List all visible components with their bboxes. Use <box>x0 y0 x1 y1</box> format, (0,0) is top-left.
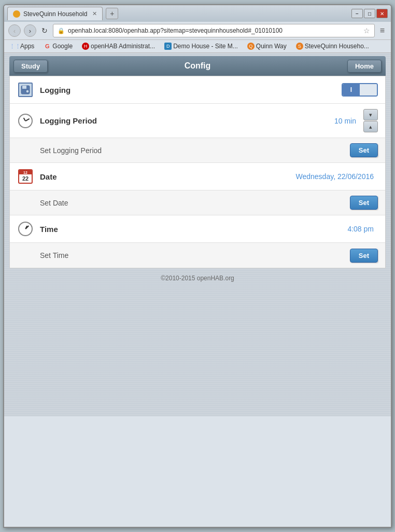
bookmark-demo-label: Demo House - Site M... <box>173 43 238 50</box>
apps-icon: ⋮⋮ <box>11 43 19 50</box>
bookmark-stevequinn-label: SteveQuinn Househo... <box>305 43 369 50</box>
logging-label: Logging <box>40 86 342 94</box>
maximize-button[interactable]: □ <box>364 9 375 18</box>
openhab-header: Study Config Home <box>9 56 386 76</box>
toggle-on-state: I <box>343 84 360 96</box>
bookmark-stevequinn[interactable]: S SteveQuinn Househo... <box>293 42 372 51</box>
set-date-label: Set Date <box>40 199 350 207</box>
close-button[interactable]: ✕ <box>376 9 388 18</box>
set-date-button[interactable]: Set <box>350 196 378 210</box>
decrease-button[interactable]: ▾ <box>363 109 378 120</box>
time-clock-icon <box>17 221 34 237</box>
bookmark-google[interactable]: G Google <box>40 42 76 51</box>
openhab-panel: Logging I Logging Period 10 <box>9 76 386 268</box>
openhab-wrapper: Study Config Home <box>4 53 391 293</box>
bookmarks-bar: ⋮⋮ Apps G Google H openHAB Administrat..… <box>4 40 391 53</box>
tab-favicon-icon <box>13 10 20 18</box>
back-button[interactable]: ‹ <box>8 24 21 37</box>
study-button[interactable]: Study <box>13 60 48 73</box>
minimize-button[interactable]: − <box>351 9 363 18</box>
set-date-row: Set Date Set <box>10 190 385 215</box>
page-title: Config <box>48 61 347 71</box>
address-bar[interactable]: 🔒 openhab.local:8080/openhab.app?sitemap… <box>53 24 375 37</box>
refresh-button[interactable]: ↻ <box>39 25 50 36</box>
logging-row: Logging I <box>10 76 385 104</box>
svg-point-2 <box>26 90 29 93</box>
date-value: Wednesday, 22/06/2016 <box>296 172 374 181</box>
clock-minute-hand <box>25 118 30 121</box>
quinn-way-icon: Q <box>247 43 255 50</box>
tab-title: SteveQuinn Household <box>23 10 87 18</box>
logging-period-label: Logging Period <box>40 116 334 125</box>
time-value: 4:08 pm <box>347 225 374 233</box>
logging-toggle[interactable]: I <box>342 83 378 97</box>
logging-period-value: 10 min <box>334 117 356 125</box>
page-content: Study Config Home <box>4 53 391 416</box>
bookmark-google-label: Google <box>52 43 73 50</box>
footer: ©2010-2015 openHAB.org <box>9 268 386 288</box>
google-icon: G <box>44 43 51 50</box>
time-row: Time 4:08 pm <box>10 215 385 243</box>
forward-button[interactable]: › <box>24 24 36 37</box>
set-time-button[interactable]: Set <box>350 249 378 263</box>
openhab-icon: H <box>82 43 89 50</box>
disk-icon <box>17 81 34 98</box>
bookmark-quinn-label: Quinn Way <box>256 43 287 50</box>
tab-close-button[interactable]: ✕ <box>92 10 97 17</box>
stevequinn-icon: S <box>296 43 303 50</box>
footer-text: ©2010-2015 openHAB.org <box>161 275 234 282</box>
time-minute-hand <box>25 225 29 229</box>
svg-rect-1 <box>22 86 26 89</box>
increase-button[interactable]: ▴ <box>363 121 378 132</box>
set-logging-period-button[interactable]: Set <box>350 143 378 157</box>
browser-tab[interactable]: SteveQuinn Household ✕ <box>7 7 103 20</box>
date-row: 12 22 Date Wednesday, 22/06/2016 <box>10 163 385 190</box>
logging-period-arrows: ▾ ▴ <box>363 109 378 132</box>
url-text: openhab.local:8080/openhab.app?sitemap=s… <box>68 27 360 34</box>
window-controls: − □ ✕ <box>351 9 388 18</box>
bookmark-demo[interactable]: D Demo House - Site M... <box>161 42 241 51</box>
bookmark-openhab[interactable]: H openHAB Administrat... <box>79 42 158 51</box>
toggle-off-state <box>360 84 377 96</box>
bookmark-quinn[interactable]: Q Quinn Way <box>244 42 290 51</box>
lock-icon: 🔒 <box>58 28 65 34</box>
clock-timer-icon <box>17 113 34 129</box>
browser-menu-button[interactable]: ≡ <box>378 25 387 36</box>
bookmark-apps-label: Apps <box>20 43 34 50</box>
date-label: Date <box>40 172 296 181</box>
browser-window: SteveQuinn Household ✕ + − □ ✕ ‹ › ↻ 🔒 o… <box>3 4 392 528</box>
home-button[interactable]: Home <box>347 60 382 73</box>
set-logging-period-row: Set Logging Period Set <box>10 138 385 163</box>
set-logging-period-label: Set Logging Period <box>40 146 350 155</box>
logging-period-row: Logging Period 10 min ▾ ▴ <box>10 104 385 138</box>
set-time-row: Set Time Set <box>10 243 385 268</box>
bookmark-openhab-label: openHAB Administrat... <box>91 43 155 50</box>
bookmark-apps[interactable]: ⋮⋮ Apps <box>8 42 37 51</box>
new-tab-button[interactable]: + <box>106 8 118 19</box>
time-label: Time <box>40 225 347 234</box>
calendar-icon: 12 22 <box>17 168 34 185</box>
title-bar: SteveQuinn Household ✕ + − □ ✕ <box>4 5 391 22</box>
address-bar-row: ‹ › ↻ 🔒 openhab.local:8080/openhab.app?s… <box>4 22 391 40</box>
demo-house-icon: D <box>164 43 172 50</box>
bookmark-star-icon[interactable]: ☆ <box>363 26 370 35</box>
set-time-label: Set Time <box>40 251 350 260</box>
